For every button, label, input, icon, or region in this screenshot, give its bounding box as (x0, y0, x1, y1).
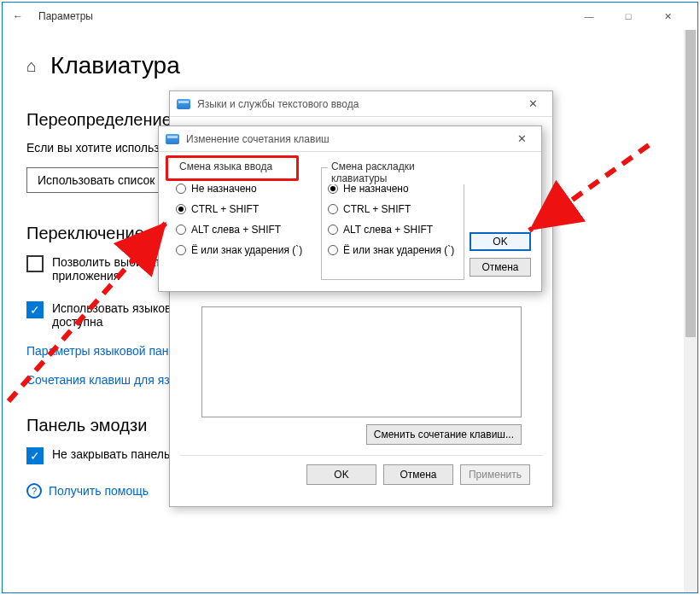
change-shortcut-title: Изменение сочетания клавиш (186, 133, 330, 145)
group-input-language-title: Смена языка ввода (176, 160, 276, 172)
maximize-button[interactable]: □ (609, 3, 648, 30)
radio-icon[interactable] (176, 204, 186, 214)
group-keyboard-layout-title: Смена раскладки клавиатуры (328, 160, 464, 184)
shortcut-listbox[interactable] (201, 306, 522, 417)
change-shortcut-buttons: OK Отмена (470, 232, 531, 277)
radio-icon[interactable] (328, 184, 338, 194)
change-shortcut-dialog: Изменение сочетания клавиш ✕ Смена языка… (158, 125, 542, 292)
change-shortcut-cancel-button[interactable]: Отмена (470, 258, 531, 277)
titlebar: ← Параметры ― □ ✕ (3, 3, 697, 30)
scrollbar-thumb[interactable] (685, 30, 696, 337)
text-services-ok-button[interactable]: OK (306, 464, 376, 485)
help-icon: ? (26, 483, 42, 499)
allow-select-checkbox[interactable] (26, 255, 44, 272)
radio-icon[interactable] (328, 245, 338, 255)
home-icon[interactable]: ⌂ (26, 56, 37, 76)
radio-label: CTRL + SHIFT (343, 203, 411, 215)
emoji-checkbox[interactable]: ✓ (26, 447, 44, 464)
text-services-cancel-button[interactable]: Отмена (383, 464, 453, 485)
text-services-titlebar: Языки и службы текстового ввода ✕ (170, 91, 552, 117)
input-language-option-0[interactable]: Не назначено (176, 183, 309, 195)
keyboard-icon (166, 134, 179, 144)
minimize-button[interactable]: ― (569, 3, 609, 30)
radio-label: Ё или знак ударения (`) (191, 244, 302, 256)
radio-icon[interactable] (176, 225, 186, 235)
keyboard-layout-option-1[interactable]: CTRL + SHIFT (328, 203, 461, 215)
change-shortcut-close-button[interactable]: ✕ (509, 132, 534, 145)
window-title: Параметры (38, 10, 93, 22)
back-icon[interactable]: ← (13, 10, 23, 22)
radio-label: Не назначено (191, 183, 257, 195)
change-shortcut-ok-button[interactable]: OK (470, 232, 531, 251)
scrollbar[interactable] (684, 30, 697, 592)
keyboard-layout-option-0[interactable]: Не назначено (328, 183, 461, 195)
help-label: Получить помощь (49, 484, 149, 498)
radio-icon[interactable] (176, 245, 186, 255)
keyboard-layout-option-3[interactable]: Ё или знак ударения (`) (328, 244, 461, 256)
use-list-button[interactable]: Использовать список я (26, 167, 176, 193)
change-shortcut-titlebar: Изменение сочетания клавиш ✕ (159, 126, 541, 152)
text-services-close-button[interactable]: ✕ (520, 97, 545, 110)
radio-label: Ё или знак ударения (`) (343, 244, 454, 256)
keyboard-layout-option-2[interactable]: ALT слева + SHIFT (328, 224, 461, 236)
text-services-buttons: OK Отмена Применить (180, 455, 542, 493)
radio-icon[interactable] (176, 184, 186, 194)
keyboard-icon (177, 99, 190, 109)
radio-icon[interactable] (328, 225, 338, 235)
radio-label: CTRL + SHIFT (191, 203, 259, 215)
use-lang-label: Использовать языкову доступна (52, 301, 177, 329)
radio-icon[interactable] (328, 204, 338, 214)
input-language-option-1[interactable]: CTRL + SHIFT (176, 203, 309, 215)
text-services-title: Языки и службы текстового ввода (197, 98, 359, 110)
group-input-language: Смена языка ввода Не назначеноCTRL + SHI… (169, 160, 312, 280)
group-keyboard-layout: Смена раскладки клавиатуры Не назначеноC… (321, 160, 464, 280)
change-shortcut-button[interactable]: Сменить сочетание клавиш... (366, 424, 522, 445)
radio-label: ALT слева + SHIFT (191, 224, 281, 236)
text-services-apply-button[interactable]: Применить (460, 464, 530, 485)
use-lang-checkbox[interactable]: ✓ (26, 301, 44, 318)
input-language-option-3[interactable]: Ё или знак ударения (`) (176, 244, 309, 256)
close-button[interactable]: ✕ (648, 3, 687, 30)
radio-label: Не назначено (343, 183, 409, 195)
page-title: Клавиатура (50, 52, 180, 79)
radio-label: ALT слева + SHIFT (343, 224, 433, 236)
input-language-option-2[interactable]: ALT слева + SHIFT (176, 224, 309, 236)
